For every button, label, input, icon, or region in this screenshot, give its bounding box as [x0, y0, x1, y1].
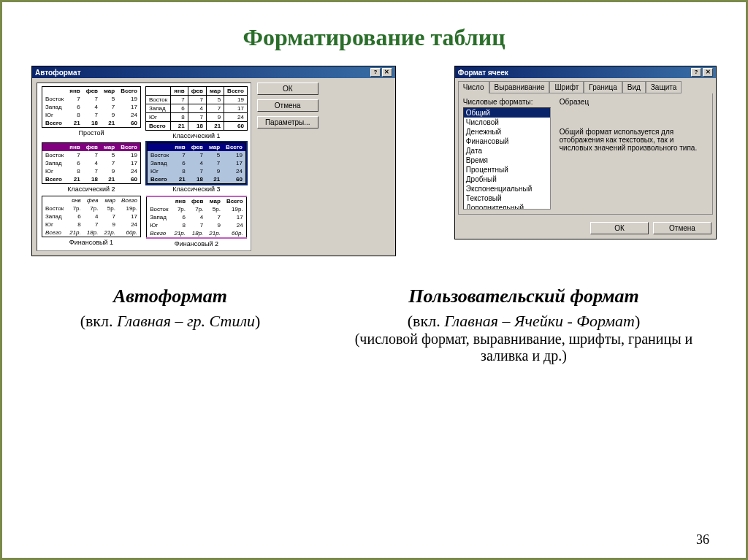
preview-financial1[interactable]: янвфевмарВсего Восток7р.7р.5р.19р. Запад…	[40, 196, 142, 248]
slide-title: Форматирование таблиц	[31, 24, 717, 51]
list-item[interactable]: Денежный	[464, 127, 550, 137]
caption-left-title: Автоформат	[31, 285, 309, 307]
list-item[interactable]: Общий	[464, 108, 550, 118]
preview-label: Простой	[78, 129, 104, 137]
tab-border[interactable]: Граница	[584, 81, 622, 93]
preview-label: Финансовый 1	[69, 239, 113, 246]
list-item[interactable]: Числовой	[464, 118, 550, 127]
close-icon[interactable]: ✕	[703, 68, 713, 77]
dialog1-titlebar: Автоформат ? ✕	[32, 66, 395, 78]
list-item[interactable]: Дополнительный	[464, 203, 550, 210]
dialog1-buttons: ОК Отмена Параметры...	[257, 83, 318, 251]
tab-panel: Числовые форматы: Общий Числовой Денежны…	[458, 93, 713, 215]
captions: Автоформат (вкл. Главная – гр. Стили) По…	[31, 285, 717, 364]
titlebar-controls: ? ✕	[691, 68, 713, 77]
options-button[interactable]: Параметры...	[257, 116, 318, 129]
cancel-button[interactable]: Отмена	[257, 99, 318, 112]
list-item[interactable]: Финансовый	[464, 137, 550, 146]
caption-right-detail: (числовой формат, выравнивание, шрифты, …	[331, 331, 717, 364]
cancel-button[interactable]: Отмена	[653, 222, 711, 234]
caption-left-sub: (вкл. Главная – гр. Стили)	[31, 312, 309, 331]
autoformat-dialog: Автоформат ? ✕ янвфевмарВсего Восток7751…	[31, 66, 396, 256]
tab-alignment[interactable]: Выравнивание	[489, 81, 550, 93]
screenshot-row: Автоформат ? ✕ янвфевмарВсего Восток7751…	[31, 66, 717, 256]
help-icon[interactable]: ?	[370, 68, 381, 77]
format-previews: янвфевмарВсего Восток77519 Запад64717 Юг…	[37, 83, 251, 251]
preview-label: Классический 1	[172, 132, 220, 139]
dialog1-title: Автоформат	[35, 69, 81, 77]
formats-listbox[interactable]: Общий Числовой Денежный Финансовый Дата …	[463, 107, 551, 210]
preview-classic3[interactable]: янвфевмарВсего Восток77519 Запад64717 Юг…	[145, 142, 248, 193]
help-icon[interactable]: ?	[691, 68, 701, 77]
preview-classic1[interactable]: янвфевмарВсего Восток77519 Запад64717 Юг…	[145, 86, 248, 139]
tab-font[interactable]: Шрифт	[549, 81, 584, 93]
list-item[interactable]: Текстовый	[464, 193, 550, 203]
tab-protection[interactable]: Защита	[646, 81, 682, 93]
format-description: Общий формат используется для отображени…	[560, 128, 706, 152]
dialog2-buttons: ОК Отмена	[455, 218, 716, 239]
tabs: Число Выравнивание Шрифт Граница Вид Защ…	[458, 81, 713, 93]
list-item[interactable]: Экспоненциальный	[464, 184, 550, 193]
list-item[interactable]: Дробный	[464, 174, 550, 184]
page-number: 36	[696, 532, 709, 548]
tab-view[interactable]: Вид	[622, 81, 646, 93]
dialog2-titlebar: Формат ячеек ? ✕	[455, 66, 716, 78]
ok-button[interactable]: ОК	[590, 222, 649, 234]
caption-autoformat: Автоформат (вкл. Главная – гр. Стили)	[31, 285, 309, 364]
preview-label: Классический 2	[67, 185, 115, 193]
ok-button[interactable]: ОК	[257, 83, 318, 95]
dialog2-title: Формат ячеек	[458, 69, 508, 77]
sample-label: Образец	[560, 98, 708, 106]
preview-classic2[interactable]: янвфевмарВсего Восток77519 Запад64717 Юг…	[40, 142, 142, 193]
formats-label: Числовые форматы:	[463, 98, 551, 106]
preview-label: Классический 3	[172, 185, 220, 193]
preview-label: Финансовый 2	[175, 240, 218, 248]
preview-simple[interactable]: янвфевмарВсего Восток77519 Запад64717 Юг…	[40, 86, 142, 139]
titlebar-controls: ? ✕	[370, 68, 392, 77]
cellformat-dialog: Формат ячеек ? ✕ Число Выравнивание Шриф…	[454, 66, 717, 239]
list-item[interactable]: Процентный	[464, 165, 550, 174]
list-item[interactable]: Время	[464, 156, 550, 165]
list-item[interactable]: Дата	[464, 146, 550, 156]
preview-financial2[interactable]: янвфевмарВсего Восток7р.7р.5р.19р. Запад…	[145, 196, 248, 248]
close-icon[interactable]: ✕	[382, 68, 392, 77]
tab-number[interactable]: Число	[458, 81, 489, 93]
caption-right-title: Пользовательский формат	[331, 285, 717, 307]
caption-userformat: Пользовательский формат (вкл. Главная – …	[331, 285, 717, 364]
caption-right-sub: (вкл. Главная – Ячейки - Формат)	[331, 312, 717, 331]
